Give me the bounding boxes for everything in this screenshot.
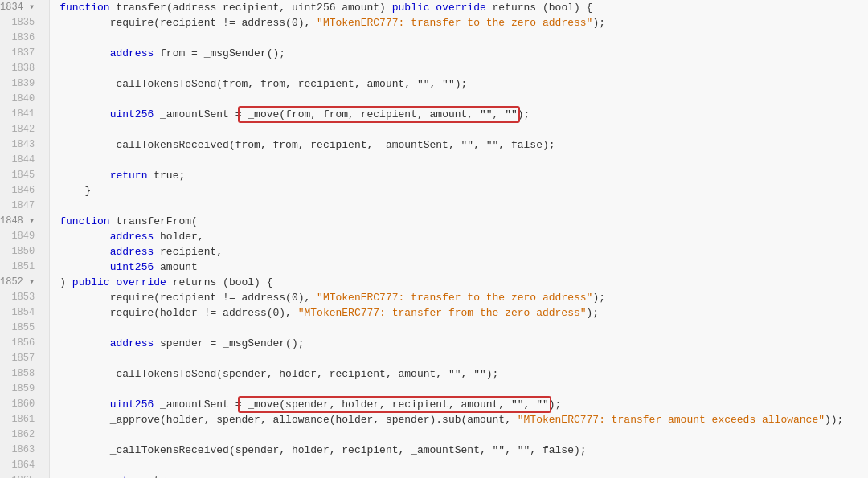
code-line <box>59 427 868 443</box>
line-number: 1856 <box>0 336 41 351</box>
line-number: 1842 <box>0 122 41 137</box>
line-number: 1850 <box>0 244 41 259</box>
code-line: _callTokensReceived(from, from, recipien… <box>59 137 868 153</box>
line-number: 1840 <box>0 92 41 107</box>
line-number: 1846 <box>0 183 41 198</box>
code-line <box>59 458 868 473</box>
code-line <box>59 351 868 366</box>
line-number: 1853 <box>0 290 41 305</box>
code-line: require(recipient != address(0), "MToken… <box>59 15 868 31</box>
code-line: _approve(holder, spender, allowance(hold… <box>59 412 868 427</box>
line-number: 1844 <box>0 153 41 168</box>
code-content[interactable]: function transfer(address recipient, uin… <box>50 0 868 478</box>
code-line: require(holder != address(0), "MTokenERC… <box>59 305 868 321</box>
line-number: 1848 ▾ <box>0 214 41 229</box>
line-number: 1851 <box>0 259 41 275</box>
code-editor: 1834 ▾1835183618371838183918401841184218… <box>0 0 868 478</box>
code-line: address from = _msgSender(); <box>59 46 868 61</box>
line-number: 1841 <box>0 107 41 122</box>
line-number: 1847 <box>0 198 41 214</box>
code-line: } <box>59 183 868 198</box>
code-line <box>59 153 868 168</box>
code-line <box>59 31 868 46</box>
line-number: 1855 <box>0 321 41 336</box>
line-number: 1843 <box>0 137 41 153</box>
code-line: _callTokensToSend(spender, holder, recip… <box>59 366 868 382</box>
code-line: function transfer(address recipient, uin… <box>59 0 868 15</box>
code-line <box>59 122 868 137</box>
line-number: 1852 ▾ <box>0 275 41 290</box>
code-line: uint256 _amountSent = _move(spender, hol… <box>59 397 868 412</box>
code-line: uint256 amount <box>59 259 868 275</box>
line-number: 1849 <box>0 229 41 244</box>
line-numbers: 1834 ▾1835183618371838183918401841184218… <box>0 0 50 478</box>
line-number: 1857 <box>0 351 41 366</box>
code-line: uint256 _amountSent = _move(from, from, … <box>59 107 868 122</box>
code-line: _callTokensReceived(spender, holder, rec… <box>59 443 868 458</box>
line-number: 1834 ▾ <box>0 0 41 15</box>
line-number: 1835 <box>0 15 41 31</box>
code-line <box>59 321 868 336</box>
line-number: 1854 <box>0 305 41 321</box>
line-number: 1865 <box>0 473 41 478</box>
line-number: 1839 <box>0 76 41 92</box>
line-number: 1837 <box>0 46 41 61</box>
line-number: 1845 <box>0 168 41 183</box>
line-number: 1862 <box>0 427 41 443</box>
line-number: 1861 <box>0 412 41 427</box>
code-line: _callTokensToSend(from, from, recipient,… <box>59 76 868 92</box>
line-number: 1864 <box>0 458 41 473</box>
code-line <box>59 61 868 76</box>
line-number: 1860 <box>0 397 41 412</box>
line-number: 1863 <box>0 443 41 458</box>
code-line: return true; <box>59 473 868 478</box>
code-line: return true; <box>59 168 868 183</box>
code-line: ) public override returns (bool) { <box>59 275 868 290</box>
code-line <box>59 198 868 214</box>
code-line <box>59 382 868 397</box>
line-number: 1858 <box>0 366 41 382</box>
line-number: 1836 <box>0 31 41 46</box>
code-line: address spender = _msgSender(); <box>59 336 868 351</box>
code-line: function transferFrom( <box>59 214 868 229</box>
line-number: 1838 <box>0 61 41 76</box>
line-number: 1859 <box>0 382 41 397</box>
code-line: address recipient, <box>59 244 868 259</box>
code-line <box>59 92 868 107</box>
code-line: require(recipient != address(0), "MToken… <box>59 290 868 305</box>
code-line: address holder, <box>59 229 868 244</box>
